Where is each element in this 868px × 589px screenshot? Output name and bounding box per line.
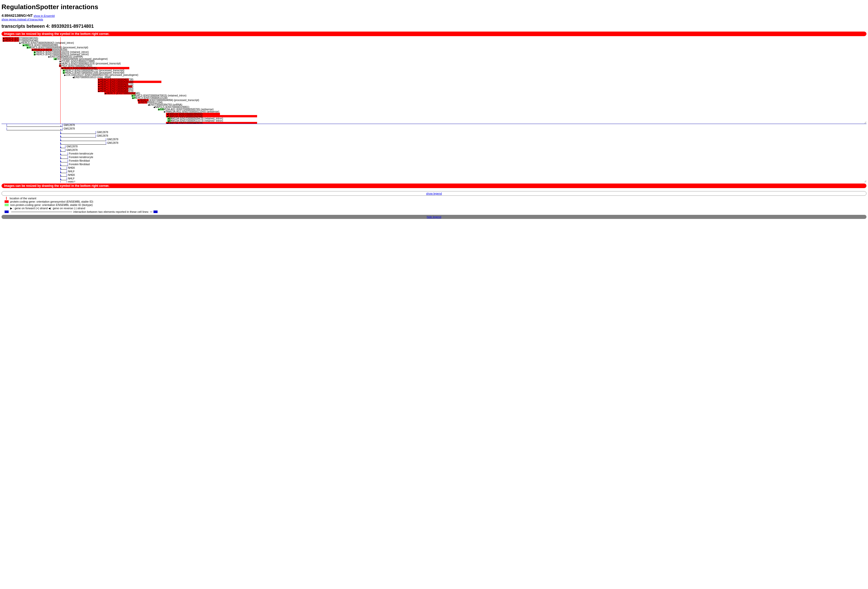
interaction-bar xyxy=(61,177,67,180)
variant-label: 4:89442138NG>NT xyxy=(1,13,33,18)
interaction-row[interactable]: GM12878 xyxy=(1,131,867,135)
interaction-label: GM12878 xyxy=(97,134,108,137)
interaction-row[interactable]: GM12878 xyxy=(1,138,867,142)
interaction-bar xyxy=(61,163,68,166)
interaction-bar xyxy=(7,124,63,127)
transcript-row[interactable]: ▶PIGY (ENST00000527353) xyxy=(1,65,867,67)
interaction-row[interactable]: NHEK xyxy=(1,167,867,170)
interaction-row[interactable]: Foreskin fibroblast xyxy=(1,163,867,167)
transcript-row[interactable]: ▶HERC5 (ENST00000508159) xyxy=(1,49,867,51)
interaction-row[interactable]: NHLF xyxy=(1,170,867,174)
range-heading: transcripts between 4: 89339201-89714801 xyxy=(1,24,867,29)
transcript-row[interactable]: ◀FAM13A (ENST00000264344) xyxy=(1,115,867,117)
show-legend-bar[interactable]: show legend xyxy=(1,191,867,196)
interaction-bar xyxy=(61,170,67,173)
legend-inter: interaction between two elements reporte… xyxy=(73,210,149,213)
transcript-row[interactable]: ▶HERC3 (ENST00000264345) xyxy=(1,92,867,94)
resize-hint-banner-bottom: Images can be resized by drawing the sym… xyxy=(1,183,867,188)
interaction-row[interactable]: GM12878 xyxy=(1,145,867,149)
interaction-bar xyxy=(61,152,68,155)
interaction-label: GM12878 xyxy=(107,138,118,141)
interactions-pane[interactable]: GM12878GM12878GM12878GM12878GM12878GM128… xyxy=(1,124,867,183)
transcript-row[interactable]: ▶HERC3 (ENST00000512335) xyxy=(1,67,867,69)
legend-loc: location of the variant xyxy=(10,197,36,200)
interaction-bar xyxy=(61,138,106,141)
interaction-row[interactable]: GM12878 xyxy=(1,124,867,127)
interaction-label: NHEK xyxy=(68,167,75,169)
transcript-row[interactable]: ▶HERC5 (ENST00000510223) (retained_intro… xyxy=(1,51,867,53)
interaction-label: Foreskin keratinocyte xyxy=(69,152,93,155)
transcript-row[interactable]: ▶HERC3 (ENST00000513130) xyxy=(1,97,867,99)
interaction-bar xyxy=(61,181,67,183)
interaction-row[interactable]: Foreskin fibroblast xyxy=(1,159,867,163)
transcript-row[interactable]: ◀ENST00000340589 (processed_pseudogene) xyxy=(1,58,867,60)
interaction-bar xyxy=(61,174,67,177)
transcript-row[interactable]: ▶HERC3 (ENST00000596772) (processed_tran… xyxy=(1,69,867,72)
transcript-row[interactable]: ▶FAM13A-AS1 (ENST00000511543) (antisense… xyxy=(1,111,867,113)
transcript-label: ◀FAM13A (ENST00000443928) xyxy=(167,122,202,124)
interaction-label: GM12878 xyxy=(66,149,78,151)
interaction-bar xyxy=(61,145,65,148)
interaction-bar xyxy=(61,159,68,162)
interaction-row[interactable]: Foreskin keratinocyte xyxy=(1,152,867,156)
transcript-row[interactable]: ◀ENST00000384793 (snRNA) xyxy=(1,103,867,106)
interaction-row[interactable]: Foreskin keratinocyte xyxy=(1,156,867,159)
interaction-row[interactable]: NHEK xyxy=(1,174,867,177)
interaction-bar xyxy=(61,156,68,159)
transcript-row[interactable]: ▶FAM13A-AS1 (ENST00000500765) (antisense… xyxy=(1,108,867,111)
interaction-label: NHLF xyxy=(68,170,75,173)
interaction-bar xyxy=(7,127,63,130)
transcript-row[interactable]: ◀FAM13A (ENST00000509478) (retained_intr… xyxy=(1,117,867,120)
interaction-bar xyxy=(61,135,96,137)
transcript-row[interactable]: ▶HERC6 (ENST00000264346) xyxy=(1,40,867,42)
transcript-row[interactable]: (ENST00000512194) xyxy=(1,101,867,103)
transcript-row[interactable]: ▶HERC5 (ENST00000502913) (retained_intro… xyxy=(1,53,867,56)
legend-pc: protein-coding gene: orientation genesym… xyxy=(10,200,93,203)
interaction-label: NHLF xyxy=(68,177,75,180)
interaction-row[interactable]: HMEC xyxy=(1,181,867,183)
transcript-row[interactable]: ◀FAM13A (ENST00000511573) (retained_intr… xyxy=(1,120,867,122)
interaction-label: Foreskin fibroblast xyxy=(69,159,90,162)
transcripts-pane[interactable]: ▶HERC6 (ENST00000380265)▶HERC6 (ENST0000… xyxy=(1,37,867,124)
interaction-bar xyxy=(61,131,96,134)
interaction-label: GM12878 xyxy=(63,127,75,130)
ensembl-link[interactable]: show in Ensembl xyxy=(34,14,55,17)
transcript-row[interactable]: ▶PYURF (ENST00000273968) xyxy=(1,60,867,62)
interaction-label: NHEK xyxy=(68,174,75,176)
transcript-row[interactable]: ◀FAM13A (ENST00000443928) xyxy=(1,122,867,124)
interaction-row[interactable]: GM12878 xyxy=(1,149,867,152)
transcript-row[interactable]: ▶HERC3 (ENST00000470815) (retained_intro… xyxy=(1,94,867,97)
transcript-row[interactable]: ▶HERC3 (ENST00000504994) (processed_tran… xyxy=(1,99,867,101)
transcript-row[interactable]: ▶ENST00000408152 (miRNA) xyxy=(1,56,867,58)
transcript-row[interactable]: ▶HERC5 (ENST00000506695) (processed_tran… xyxy=(1,46,867,49)
toggle-genes-link[interactable]: show genes instead of transcripts xyxy=(1,18,43,21)
interaction-row[interactable]: NHLF xyxy=(1,177,867,181)
interaction-bar xyxy=(61,167,67,170)
interaction-label: GM12878 xyxy=(66,145,78,148)
transcript-row[interactable]: ◀NAP1L5 (ENST00000329061) xyxy=(1,106,867,108)
transcript-row[interactable]: ▶LOC100129137 (ENST00000503756) (process… xyxy=(1,74,867,76)
hide-legend-bar[interactable]: hide legend xyxy=(1,215,867,219)
resize-hint-banner-top: Images can be resized by drawing the sym… xyxy=(1,32,867,36)
interaction-label: Foreskin fibroblast xyxy=(69,163,90,166)
interaction-bar xyxy=(61,142,106,145)
interaction-label: GM12878 xyxy=(107,142,118,144)
interaction-label: HMEC xyxy=(68,181,75,183)
interaction-row[interactable]: GM12878 xyxy=(1,142,867,145)
legend-body: location of the variant protein-coding g… xyxy=(4,197,867,213)
transcript-row[interactable]: ▶HERC6 (ENST00000380265) xyxy=(1,37,867,40)
interaction-row[interactable]: GM12878 xyxy=(1,135,867,138)
interaction-row[interactable]: GM12878 xyxy=(1,127,867,131)
interaction-label: Foreskin keratinocyte xyxy=(69,156,93,159)
interaction-label: GM12878 xyxy=(97,131,108,134)
show-legend-link[interactable]: show legend xyxy=(426,192,442,195)
transcript-row[interactable]: ▶HERC6 (ENST00000506642) (retained_intro… xyxy=(1,42,867,44)
transcript-row[interactable]: ▶HERC6 (ENST00000508390) xyxy=(1,44,867,46)
interaction-bar xyxy=(61,149,65,152)
legend-strand: ▶ : gene on forward (+) strand ◀ : gene … xyxy=(10,207,85,210)
interaction-label: GM12878 xyxy=(63,124,75,127)
legend-np: non-protein-coding gene: orientation ENS… xyxy=(10,204,93,207)
transcript-row[interactable]: ▶HERC3 (ENST00000601319) (processed_tran… xyxy=(1,62,867,65)
hide-legend-link[interactable]: hide legend xyxy=(427,216,441,218)
transcript-row[interactable]: ◀FAM13A (ENST00000395002) xyxy=(1,113,867,115)
